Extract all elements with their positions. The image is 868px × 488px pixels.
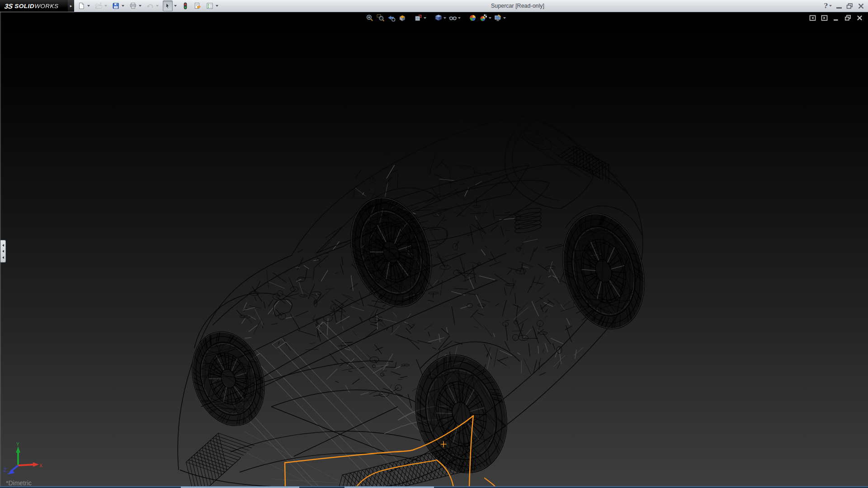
doc-close-button[interactable]: [856, 14, 863, 22]
options-dropdown-caret[interactable]: [214, 1, 219, 11]
print-icon: [129, 2, 137, 9]
pane-previous-button[interactable]: [809, 14, 816, 22]
help-dropdown-caret: [829, 5, 832, 7]
new-document-icon: [78, 2, 85, 9]
file-properties-icon: [194, 2, 201, 9]
menu-expander-button[interactable]: ▸: [68, 0, 74, 12]
save-button[interactable]: [111, 1, 120, 11]
print-dropdown-caret[interactable]: [137, 1, 142, 11]
doc-restore-button[interactable]: [844, 14, 852, 22]
select-arrow-dropdown-caret[interactable]: [173, 1, 178, 11]
open-document-button[interactable]: [94, 1, 103, 11]
minimize-icon: [836, 7, 842, 9]
view-settings-dropdown-caret[interactable]: [503, 17, 506, 19]
orientation-triad: Y X Z: [3, 442, 43, 478]
view-orientation-label: *Dimetric: [6, 479, 32, 487]
document-window-controls: [809, 14, 863, 22]
window-close-button[interactable]: [858, 3, 864, 9]
window-minimize-button[interactable]: [836, 3, 842, 9]
view-settings-button[interactable]: [494, 13, 506, 23]
undo-dropdown-caret[interactable]: [155, 1, 160, 11]
window-controls: ?: [824, 1, 864, 10]
apply-scene-button[interactable]: [479, 13, 492, 23]
print-button[interactable]: [128, 1, 137, 11]
collapse-arrow-icon: [2, 244, 4, 247]
pane-previous-icon: [809, 14, 816, 21]
brand-text: SOLIDWORKS: [14, 3, 58, 9]
x-axis-label: X: [39, 463, 42, 468]
view-orientation-dropdown-caret[interactable]: [424, 17, 426, 19]
undo-icon: [146, 2, 154, 9]
rebuild-button[interactable]: [181, 1, 190, 11]
help-icon: ?: [824, 2, 828, 10]
options-icon: [206, 2, 213, 9]
display-style-icon: [434, 14, 443, 22]
options-button[interactable]: [205, 1, 214, 11]
previous-view-icon: [387, 14, 396, 22]
y-axis-arrow: [16, 446, 20, 453]
zoom-to-area-button[interactable]: [376, 13, 385, 23]
doc-close-icon: [856, 14, 863, 21]
previous-view-button[interactable]: [387, 13, 396, 23]
restore-icon: [846, 3, 853, 9]
brand-mark: 3S: [4, 2, 14, 10]
solidworks-window: 3S SOLIDWORKS ▸ Supercar [Read-only] ?: [0, 0, 868, 488]
zoom-to-area-icon: [377, 14, 385, 22]
window-title: Supercar [Read-only]: [491, 3, 544, 9]
pane-next-icon: [821, 14, 828, 21]
hide-show-items-button[interactable]: [448, 13, 461, 23]
collapse-arrow-icon: [2, 250, 4, 253]
hide-show-items-dropdown-caret[interactable]: [458, 17, 461, 19]
hide-show-items-icon: [449, 14, 457, 22]
featuremanager-splitter-tab[interactable]: [0, 240, 6, 263]
taskbar-sliver: [0, 486, 868, 488]
display-style-dropdown-caret[interactable]: [443, 17, 446, 19]
x-axis-arrow: [33, 462, 39, 467]
undo-button[interactable]: [146, 1, 155, 11]
main-toolbar: [77, 0, 222, 12]
collapse-arrow-icon: [2, 256, 4, 259]
solidworks-logo: 3S SOLIDWORKS: [0, 0, 68, 12]
pane-next-button[interactable]: [821, 14, 828, 22]
car-wireframe-model[interactable]: [0, 12, 868, 486]
view-orientation-icon: [415, 14, 423, 22]
open-document-icon: [95, 2, 102, 9]
rebuild-icon: [182, 2, 189, 9]
y-axis-label: Y: [16, 442, 19, 447]
doc-minimize-icon: [833, 14, 840, 21]
titlebar: 3S SOLIDWORKS ▸ Supercar [Read-only] ?: [0, 0, 868, 12]
select-arrow-icon: [164, 2, 171, 9]
edit-appearance-icon: [469, 14, 477, 22]
display-style-button[interactable]: [434, 13, 447, 23]
file-properties-button[interactable]: [193, 1, 202, 11]
section-view-icon: [398, 14, 406, 22]
apply-scene-dropdown-caret[interactable]: [489, 17, 491, 19]
zoom-to-fit-icon: [366, 14, 374, 22]
select-arrow-button[interactable]: [163, 0, 173, 11]
headsup-view-toolbar: [365, 13, 506, 23]
close-icon: [858, 3, 864, 9]
save-icon: [112, 2, 119, 9]
menu-expander-icon: ▸: [70, 4, 72, 8]
brand-bold: SOLID: [14, 3, 34, 9]
view-settings-icon: [494, 14, 502, 22]
edit-appearance-button[interactable]: [468, 13, 477, 23]
save-dropdown-caret[interactable]: [120, 1, 125, 11]
doc-restore-icon: [844, 14, 851, 21]
taskbar-top-edge: [0, 486, 868, 487]
new-document-dropdown-caret[interactable]: [86, 1, 91, 11]
help-button[interactable]: ?: [824, 2, 832, 10]
section-view-button[interactable]: [398, 13, 407, 23]
doc-minimize-button[interactable]: [832, 14, 840, 22]
window-restore-button[interactable]: [846, 3, 853, 9]
z-axis-label: Z: [4, 468, 6, 473]
zoom-to-fit-button[interactable]: [365, 13, 374, 23]
view-orientation-button[interactable]: [414, 13, 427, 23]
brand-light: WORKS: [34, 3, 59, 9]
open-document-dropdown-caret[interactable]: [103, 1, 108, 11]
apply-scene-icon: [480, 14, 488, 22]
new-document-button[interactable]: [77, 1, 86, 11]
